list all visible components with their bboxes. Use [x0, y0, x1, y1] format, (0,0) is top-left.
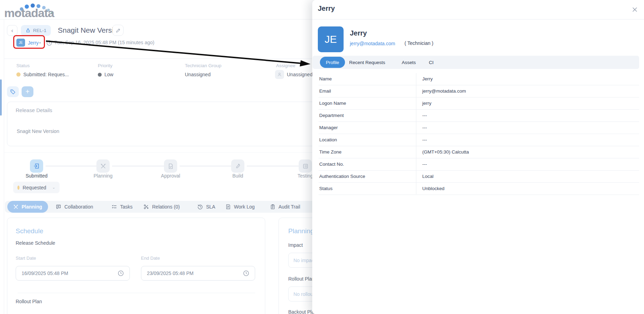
chevron-down-icon: ⌄ — [52, 185, 55, 190]
assignee-label: Assignee — [276, 63, 296, 68]
rollout-plan-label: Rollout Plan — [288, 276, 315, 282]
technician-group-value[interactable]: Unassigned — [185, 72, 211, 77]
divider — [4, 58, 312, 59]
clipboard-list-icon — [303, 163, 308, 169]
user-avatar: JE — [318, 26, 344, 52]
release-id-badge[interactable]: REL-1 — [21, 25, 51, 36]
stage-connector — [247, 166, 299, 166]
close-icon[interactable] — [631, 6, 638, 13]
start-date-input[interactable]: 16/09/2025 05:48 PM — [16, 266, 130, 281]
status-dot — [16, 72, 21, 77]
tab-work-log[interactable]: Work Log — [226, 201, 255, 213]
requested-dot — [17, 186, 19, 190]
page-title: Snagit New Version — [58, 26, 121, 34]
tab-audit-trail[interactable]: Audit Trail — [270, 201, 300, 213]
tags-button[interactable] — [7, 86, 19, 97]
tab-tasks[interactable]: Tasks — [111, 201, 133, 213]
edit-title-button[interactable] — [112, 25, 124, 36]
logo-text: motadata — [4, 6, 54, 20]
work-log-icon — [226, 204, 231, 210]
end-date-input[interactable]: 23/09/2025 05:48 PM — [141, 266, 255, 281]
panel-tab-profile[interactable]: Profile — [320, 57, 345, 68]
clock-icon — [46, 40, 52, 47]
rollout-plan-label: Rollout Plan — [16, 299, 42, 304]
divider — [4, 152, 312, 153]
panel-tab-recent-requests[interactable]: Recent Requests — [349, 57, 385, 67]
stage-status-dropdown[interactable]: Requested ⌄ — [13, 182, 60, 193]
priority-dot — [98, 73, 102, 77]
release-schedule-label: Release Schedule — [16, 240, 55, 246]
tag-icon — [10, 89, 16, 95]
assignee-avatar-icon — [275, 70, 284, 79]
motadata-logo: motadata — [4, 3, 70, 19]
assignee-value[interactable]: Unassigned — [275, 70, 313, 79]
add-tag-button[interactable]: + — [22, 86, 33, 97]
pencil-icon — [116, 28, 121, 33]
table-row: Emailjerry@motadata.com — [319, 85, 639, 97]
release-details-heading: Release Details — [16, 107, 52, 113]
history-clock-icon — [197, 204, 203, 210]
stage-connector — [112, 166, 164, 166]
panel-tab-ci[interactable]: CI — [429, 57, 434, 67]
table-row: Contact No.--- — [319, 158, 639, 171]
tools-icon — [100, 163, 106, 169]
stage-testing-icon[interactable] — [299, 159, 312, 173]
panel-tab-assets[interactable]: Assets — [402, 57, 416, 67]
relations-icon — [143, 204, 149, 210]
divider — [18, 293, 255, 293]
schedule-card: Schedule Release Schedule Start Date End… — [7, 218, 265, 314]
content-left-border — [4, 19, 4, 314]
status-label: Status — [16, 63, 30, 68]
chat-icon — [56, 204, 61, 210]
checklist-icon — [111, 204, 117, 210]
tab-sla[interactable]: SLA — [197, 201, 215, 213]
tab-planning[interactable]: Planning — [7, 201, 48, 213]
tab-collaboration[interactable]: Collaboration — [56, 201, 93, 213]
stage-submitted-icon[interactable] — [30, 159, 43, 173]
tab-relations[interactable]: Relations (0) — [143, 201, 180, 213]
user-email-link[interactable]: jerry@motadata.com — [350, 41, 395, 46]
table-row: Logon Namejerry — [319, 97, 639, 110]
requested-label: Requested — [23, 185, 46, 190]
annotation-highlight-box — [13, 35, 45, 49]
release-id-label: REL-1 — [33, 28, 46, 33]
user-role: ( Technician ) — [405, 40, 433, 46]
back-button[interactable]: ‹ — [7, 25, 17, 36]
tools-icon — [13, 204, 18, 210]
table-row: NameJerry — [319, 73, 639, 85]
wrench-icon — [235, 163, 241, 169]
priority-value[interactable]: Low — [98, 72, 113, 77]
header-divider — [0, 19, 312, 19]
release-details-text[interactable]: Snagit New Version — [17, 128, 59, 134]
table-row: Authentication SourceLocal — [319, 171, 639, 183]
technician-group-label: Technician Group — [185, 63, 221, 68]
start-date-label: Start Date — [16, 256, 36, 261]
user-name: Jerry — [350, 29, 367, 37]
stage-testing-label: Testing — [298, 173, 313, 179]
vertical-scrollbar[interactable] — [0, 79, 2, 116]
release-details-card: Release Details Snagit New Version — [7, 102, 320, 146]
stage-connector — [46, 166, 96, 166]
table-row: StatusUnblocked — [319, 183, 639, 195]
status-value[interactable]: Submitted: Reques... — [16, 72, 69, 77]
table-row: Department--- — [319, 110, 639, 122]
clock-icon — [118, 270, 124, 276]
schedule-heading: Schedule — [16, 227, 43, 235]
stage-planning-icon[interactable] — [96, 159, 110, 173]
divider — [312, 19, 644, 19]
stage-connector — [180, 166, 231, 166]
app-root: motadata ‹ REL-1 Snagit New Version JE J… — [0, 0, 644, 314]
share-icon — [25, 28, 31, 33]
panel-title: Jerry — [318, 5, 335, 13]
created-timestamp: Tue, Sep 16, 2025 05:48 PM (15 minutes a… — [54, 40, 154, 45]
table-row: Manager--- — [319, 122, 639, 134]
user-detail-panel: Jerry JE Jerry jerry@motadata.com ( Tech… — [312, 0, 644, 314]
stage-approval-icon[interactable] — [164, 159, 177, 173]
stage-planning-label: Planning — [94, 173, 113, 179]
table-row: Time Zone(GMT+05:30) Calcutta — [319, 146, 639, 158]
stage-submitted-label: Submitted — [25, 173, 47, 179]
table-row: Location--- — [319, 134, 639, 146]
stage-build-icon[interactable] — [231, 159, 244, 173]
planning-heading: Planning — [288, 227, 314, 235]
clock-icon — [243, 270, 249, 276]
